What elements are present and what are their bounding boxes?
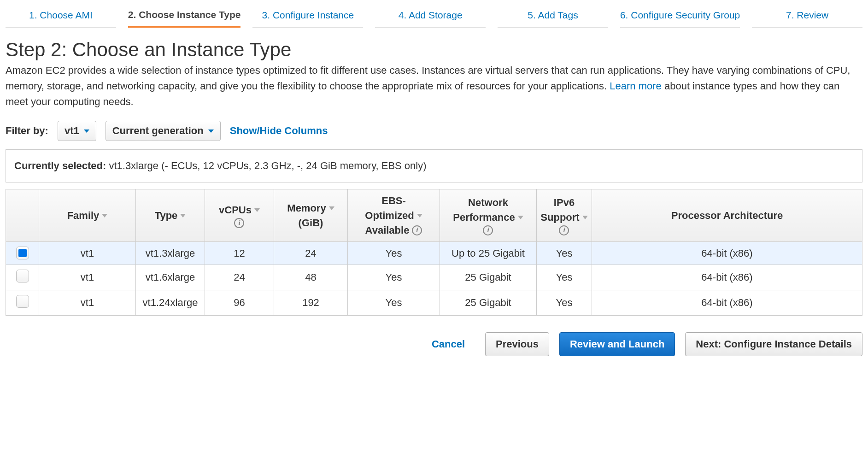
column-type[interactable]: Type (136, 189, 205, 242)
cell-network-performance: 25 Gigabit (440, 290, 537, 316)
wizard-step-review[interactable]: 7. Review (752, 6, 862, 28)
column-ipv6-label-1: IPv6 (554, 196, 575, 210)
wizard-step-add-storage[interactable]: 4. Add Storage (375, 6, 486, 28)
cell-family: vt1 (39, 242, 136, 265)
column-vcpus[interactable]: vCPUs i (205, 189, 274, 242)
show-hide-columns-link[interactable]: Show/Hide Columns (230, 125, 328, 137)
table-row[interactable]: vt1vt1.6xlarge2448Yes25 GigabitYes64-bit… (6, 265, 862, 290)
info-icon[interactable]: i (234, 218, 244, 228)
column-ebs-label-1: EBS- (381, 194, 406, 208)
wizard-step-choose-instance-type[interactable]: 2. Choose Instance Type (128, 6, 241, 28)
cell-ipv6-support: Yes (537, 265, 592, 290)
column-family-label: Family (67, 209, 100, 223)
row-select-checkbox[interactable] (16, 270, 29, 282)
cell-memory: 24 (274, 242, 348, 265)
wizard-step-configure-instance[interactable]: 3. Configure Instance (252, 6, 363, 28)
wizard-step-choose-ami[interactable]: 1. Choose AMI (6, 6, 116, 28)
review-and-launch-button[interactable]: Review and Launch (559, 332, 675, 356)
row-select-cell[interactable] (6, 290, 39, 316)
column-memory[interactable]: Memory (GiB) (274, 189, 348, 242)
column-vcpus-label: vCPUs (219, 203, 252, 217)
sort-caret-icon (417, 214, 422, 218)
wizard-steps: 1. Choose AMI 2. Choose Instance Type 3.… (6, 6, 862, 28)
cell-processor-architecture: 64-bit (x86) (592, 242, 862, 265)
cell-type: vt1.24xlarge (136, 290, 205, 316)
cell-network-performance: 25 Gigabit (440, 265, 537, 290)
sort-caret-icon (254, 208, 260, 212)
wizard-step-configure-security-group[interactable]: 6. Configure Security Group (620, 6, 740, 28)
instance-type-table: Family Type vCPUs (6, 189, 862, 316)
row-select-checkbox[interactable] (16, 295, 29, 308)
cell-vcpus: 12 (205, 242, 274, 265)
sort-caret-icon (582, 216, 588, 219)
currently-selected-panel: Currently selected: vt1.3xlarge (- ECUs,… (6, 149, 862, 182)
page-description: Amazon EC2 provides a wide selection of … (6, 63, 862, 110)
cell-vcpus: 96 (205, 290, 274, 316)
column-network-performance[interactable]: Network Performance i (440, 189, 537, 242)
cell-vcpus: 24 (205, 265, 274, 290)
cell-processor-architecture: 64-bit (x86) (592, 290, 862, 316)
cell-memory: 192 (274, 290, 348, 316)
column-processor-architecture[interactable]: Processor Architecture (592, 189, 862, 242)
chevron-down-icon (208, 129, 214, 133)
filter-family-value: vt1 (65, 125, 79, 137)
currently-selected-value: vt1.3xlarge (- ECUs, 12 vCPUs, 2.3 GHz, … (109, 160, 426, 171)
column-select (6, 189, 39, 242)
filter-family-dropdown[interactable]: vt1 (58, 121, 96, 141)
cell-network-performance: Up to 25 Gigabit (440, 242, 537, 265)
filter-generation-value: Current generation (112, 125, 204, 137)
row-select-checkbox[interactable] (16, 247, 29, 259)
cell-memory: 48 (274, 265, 348, 290)
cell-family: vt1 (39, 265, 136, 290)
info-icon[interactable]: i (559, 225, 569, 235)
info-icon[interactable]: i (412, 225, 422, 235)
cell-ebs-optimized: Yes (348, 242, 440, 265)
table-row[interactable]: vt1vt1.3xlarge1224YesUp to 25 GigabitYes… (6, 242, 862, 265)
learn-more-link[interactable]: Learn more (610, 80, 662, 92)
cell-ebs-optimized: Yes (348, 290, 440, 316)
filter-bar: Filter by: vt1 Current generation Show/H… (6, 121, 862, 141)
table-row[interactable]: vt1vt1.24xlarge96192Yes25 GigabitYes64-b… (6, 290, 862, 316)
column-net-label-1: Network (468, 196, 508, 210)
column-type-label: Type (155, 209, 178, 223)
cell-ebs-optimized: Yes (348, 265, 440, 290)
cell-ipv6-support: Yes (537, 242, 592, 265)
checkbox-fill-icon (18, 249, 27, 257)
column-ebs-optimized[interactable]: EBS- Optimized Available i (348, 189, 440, 242)
sort-caret-icon (329, 206, 334, 210)
page-title: Step 2: Choose an Instance Type (6, 39, 862, 61)
column-net-label-2: Performance (453, 211, 515, 224)
cell-family: vt1 (39, 290, 136, 316)
cell-type: vt1.6xlarge (136, 265, 205, 290)
row-select-cell[interactable] (6, 265, 39, 290)
sort-caret-icon (180, 214, 186, 218)
column-memory-label-1: Memory (287, 201, 326, 215)
column-arch-label: Processor Architecture (671, 210, 783, 221)
cell-processor-architecture: 64-bit (x86) (592, 265, 862, 290)
filter-generation-dropdown[interactable]: Current generation (106, 121, 221, 141)
sort-caret-icon (102, 214, 107, 218)
info-icon[interactable]: i (483, 225, 493, 235)
cell-ipv6-support: Yes (537, 290, 592, 316)
next-configure-instance-details-button[interactable]: Next: Configure Instance Details (685, 332, 862, 356)
currently-selected-label: Currently selected: (14, 160, 106, 171)
column-ebs-label-2: Optimized (365, 209, 414, 223)
cell-type: vt1.3xlarge (136, 242, 205, 265)
chevron-down-icon (84, 129, 89, 133)
wizard-footer: Cancel Previous Review and Launch Next: … (6, 332, 862, 356)
column-ipv6-label-2: Support (540, 211, 579, 224)
column-memory-label-2: (GiB) (299, 216, 323, 230)
sort-caret-icon (518, 216, 523, 219)
previous-button[interactable]: Previous (485, 332, 549, 356)
column-family[interactable]: Family (39, 189, 136, 242)
filter-by-label: Filter by: (6, 125, 48, 137)
column-ipv6-support[interactable]: IPv6 Support i (537, 189, 592, 242)
row-select-cell[interactable] (6, 242, 39, 265)
cancel-button[interactable]: Cancel (422, 333, 475, 356)
column-ebs-label-3: Available (365, 224, 410, 237)
wizard-step-add-tags[interactable]: 5. Add Tags (498, 6, 608, 28)
